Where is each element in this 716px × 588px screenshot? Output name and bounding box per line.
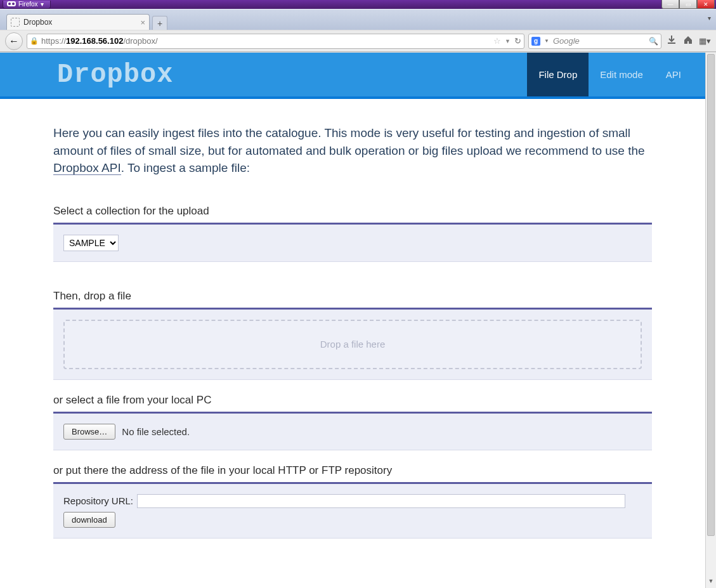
window-titlebar: Firefox ▾ — ▭ ✕ (0, 0, 716, 9)
arrow-left-icon: ← (9, 36, 19, 47)
tabs-overflow-icon[interactable]: ▾ (708, 15, 711, 22)
search-bar[interactable]: g ▼ Google 🔍 (528, 34, 661, 49)
window-buttons: — ▭ ✕ (661, 0, 715, 9)
firefox-mask-icon (7, 1, 16, 6)
url-text: https://192.168.56.102/dropbox/ (41, 36, 491, 46)
dropzone-text: Drop a file here (320, 339, 386, 350)
search-engine-dropdown-icon[interactable]: ▼ (544, 38, 549, 44)
file-status-text: No file selected. (122, 426, 190, 437)
window-maximize-button[interactable]: ▭ (679, 0, 697, 9)
url-bar[interactable]: 🔒 https://192.168.56.102/dropbox/ ☆ ▼ ↻ (27, 34, 524, 49)
home-button[interactable] (682, 35, 694, 47)
repo-panel: Repository URL: download (53, 482, 652, 539)
repo-url-input[interactable] (137, 494, 625, 508)
browser-tab[interactable]: Dropbox × (6, 14, 150, 30)
page-content: Dropbox File Drop Edit mode API Here you… (0, 53, 705, 588)
vertical-scrollbar[interactable]: ▼ (705, 53, 716, 588)
browser-viewport: Dropbox File Drop Edit mode API Here you… (0, 52, 716, 588)
url-dropdown-icon[interactable]: ▼ (505, 38, 511, 44)
nav-file-drop[interactable]: File Drop (527, 53, 589, 96)
tab-favicon-icon (11, 18, 20, 27)
back-button[interactable]: ← (5, 32, 23, 50)
new-tab-button[interactable]: + (152, 16, 167, 30)
collection-section-label: Select a collection for the upload (53, 205, 652, 218)
collection-panel: SAMPLE (53, 223, 652, 262)
tab-close-icon[interactable]: × (140, 18, 145, 27)
home-icon (683, 35, 693, 45)
bookmarks-menu-button[interactable]: ▦▾ (698, 36, 711, 46)
local-file-section-label: or select a file from your local PC (53, 394, 652, 407)
dropdown-caret-icon: ▾ (41, 1, 44, 8)
nav-edit-mode[interactable]: Edit mode (589, 53, 654, 96)
local-file-panel: Browse… No file selected. (53, 412, 652, 450)
repo-url-label: Repository URL: (63, 495, 133, 506)
reload-icon[interactable]: ↻ (514, 36, 521, 46)
tab-strip: Dropbox × + ▾ (0, 9, 716, 30)
file-dropzone[interactable]: Drop a file here (63, 320, 642, 369)
scroll-down-arrow-icon[interactable]: ▼ (706, 578, 716, 588)
lock-icon: 🔒 (30, 37, 39, 45)
firefox-menu-button[interactable]: Firefox ▾ (3, 1, 51, 9)
download-button[interactable]: download (63, 512, 115, 528)
intro-text: Here you can easily ingest files into th… (53, 124, 652, 177)
tab-title: Dropbox (23, 18, 136, 27)
downloads-button[interactable] (665, 35, 678, 47)
site-header: Dropbox File Drop Edit mode API (0, 53, 705, 99)
window-close-button[interactable]: ✕ (697, 0, 715, 9)
collection-select[interactable]: SAMPLE (63, 235, 119, 251)
site-logo: Dropbox (57, 60, 527, 90)
drop-section-label: Then, drop a file (53, 290, 652, 303)
site-nav: File Drop Edit mode API (527, 53, 693, 96)
drop-panel: Drop a file here (53, 308, 652, 380)
navigation-toolbar: ← 🔒 https://192.168.56.102/dropbox/ ☆ ▼ … (0, 30, 716, 52)
scrollbar-thumb[interactable] (707, 54, 715, 536)
bookmark-star-icon[interactable]: ☆ (493, 36, 501, 46)
search-submit-icon[interactable]: 🔍 (649, 37, 658, 46)
dropbox-api-link[interactable]: Dropbox API (53, 161, 121, 175)
browse-button[interactable]: Browse… (63, 424, 115, 440)
download-arrow-icon (667, 35, 677, 45)
search-placeholder: Google (553, 36, 645, 46)
firefox-label: Firefox (18, 1, 38, 8)
nav-api[interactable]: API (654, 53, 693, 96)
main-container: Here you can easily ingest files into th… (0, 99, 705, 564)
repo-section-label: or put there the address of the file in … (53, 464, 652, 477)
google-icon: g (531, 37, 540, 46)
window-minimize-button[interactable]: — (661, 0, 679, 9)
